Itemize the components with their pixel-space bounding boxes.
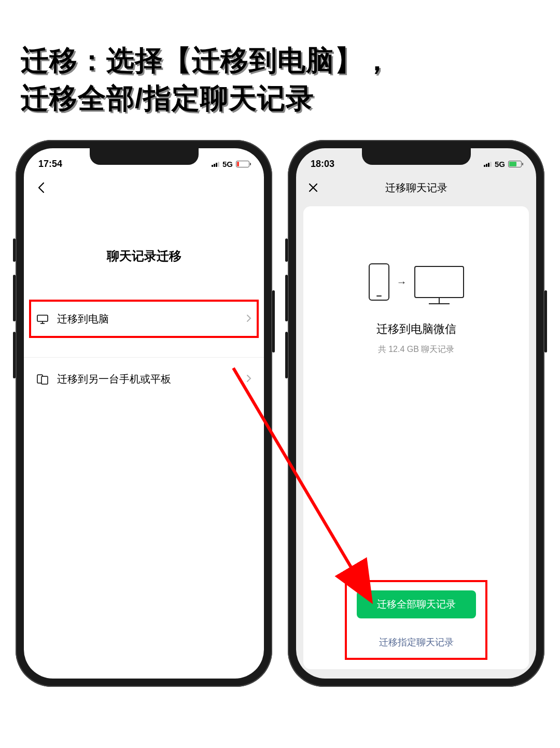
page-title: 聊天记录迁移 bbox=[24, 248, 264, 264]
back-button[interactable] bbox=[33, 180, 49, 195]
battery-low-icon bbox=[236, 161, 249, 167]
card-title: 迁移到电脑微信 bbox=[376, 321, 456, 337]
nav-bar: 迁移聊天记录 bbox=[296, 174, 536, 201]
menu-label: 迁移到电脑 bbox=[57, 312, 238, 326]
migrate-all-button[interactable]: 迁移全部聊天记录 bbox=[357, 590, 476, 618]
phones-container: 17:54 5G 聊天记录迁移 bbox=[0, 140, 560, 687]
menu-item-migrate-to-pc[interactable]: 迁移到电脑 bbox=[24, 301, 264, 337]
arrow-right-icon: → bbox=[397, 276, 407, 288]
nav-title: 迁移聊天记录 bbox=[296, 181, 536, 195]
pc-icon bbox=[36, 313, 49, 326]
separator bbox=[24, 357, 264, 358]
status-time: 17:54 bbox=[38, 159, 62, 170]
network-label: 5G bbox=[222, 160, 233, 168]
phone-frame-left: 17:54 5G 聊天记录迁移 bbox=[16, 140, 272, 687]
battery-charging-icon bbox=[508, 161, 522, 167]
svg-rect-0 bbox=[37, 315, 48, 321]
signal-icon bbox=[212, 161, 219, 167]
phone-icon bbox=[369, 263, 389, 301]
chevron-right-icon bbox=[246, 374, 251, 385]
nav-bar bbox=[24, 174, 264, 201]
network-label: 5G bbox=[495, 160, 505, 168]
menu-item-migrate-to-mobile[interactable]: 迁移到另一台手机或平板 bbox=[24, 361, 264, 398]
menu-label: 迁移到另一台手机或平板 bbox=[57, 372, 238, 386]
monitor-icon bbox=[414, 266, 464, 298]
actions-container: 迁移全部聊天记录 迁移指定聊天记录 bbox=[303, 590, 529, 648]
phone-notch bbox=[90, 148, 199, 165]
phone-frame-right: 18:03 5G 迁移聊天记录 → 迁移到电脑微信 bbox=[288, 140, 544, 687]
status-time: 18:03 bbox=[311, 159, 334, 170]
phone-notch bbox=[362, 148, 471, 165]
tutorial-headline: 迁移：选择【迁移到电脑】， 迁移全部/指定聊天记录 bbox=[21, 41, 544, 117]
content-card: → 迁移到电脑微信 共 12.4 GB 聊天记录 迁移全部聊天记录 迁移指定聊天… bbox=[303, 206, 529, 669]
signal-icon bbox=[484, 161, 492, 167]
migrate-selected-link[interactable]: 迁移指定聊天记录 bbox=[379, 636, 454, 648]
svg-rect-2 bbox=[41, 376, 48, 384]
transfer-illustration: → bbox=[369, 263, 464, 301]
close-button[interactable] bbox=[305, 180, 321, 195]
card-subtitle: 共 12.4 GB 聊天记录 bbox=[378, 344, 455, 355]
devices-icon bbox=[36, 373, 49, 386]
chevron-right-icon bbox=[246, 314, 251, 324]
